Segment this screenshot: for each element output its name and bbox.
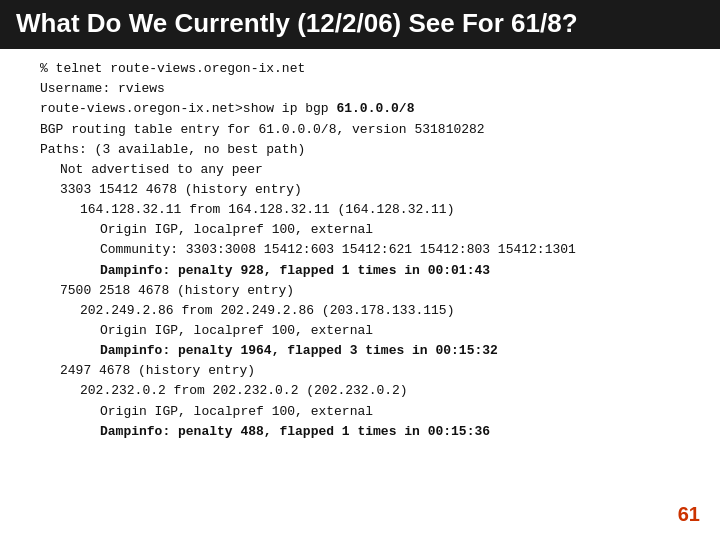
code-line: Origin IGP, localpref 100, external	[40, 220, 690, 240]
code-line: % telnet route-views.oregon-ix.net	[40, 59, 690, 79]
code-line: 164.128.32.11 from 164.128.32.11 (164.12…	[40, 200, 690, 220]
code-line: 3303 15412 4678 (history entry)	[40, 180, 690, 200]
code-line: route-views.oregon-ix.net>show ip bgp 61…	[40, 99, 690, 119]
code-line: 2497 4678 (history entry)	[40, 361, 690, 381]
code-line: Origin IGP, localpref 100, external	[40, 402, 690, 422]
code-line: BGP routing table entry for 61.0.0.0/8, …	[40, 120, 690, 140]
code-line: 202.232.0.2 from 202.232.0.2 (202.232.0.…	[40, 381, 690, 401]
code-line: 202.249.2.86 from 202.249.2.86 (203.178.…	[40, 301, 690, 321]
code-line: Community: 3303:3008 15412:603 15412:621…	[40, 240, 690, 260]
code-line: Dampinfo: penalty 1964, flapped 3 times …	[40, 341, 690, 361]
code-line: 7500 2518 4678 (history entry)	[40, 281, 690, 301]
page-number: 61	[678, 503, 700, 526]
code-line: Not advertised to any peer	[40, 160, 690, 180]
code-line: Dampinfo: penalty 488, flapped 1 times i…	[40, 422, 690, 442]
content-area: % telnet route-views.oregon-ix.netUserna…	[0, 49, 720, 452]
code-line: Paths: (3 available, no best path)	[40, 140, 690, 160]
code-line: Dampinfo: penalty 928, flapped 1 times i…	[40, 261, 690, 281]
slide-title: What Do We Currently (12/2/06) See For 6…	[16, 8, 578, 38]
title-bar: What Do We Currently (12/2/06) See For 6…	[0, 0, 720, 49]
code-line: Username: rviews	[40, 79, 690, 99]
code-line: Origin IGP, localpref 100, external	[40, 321, 690, 341]
